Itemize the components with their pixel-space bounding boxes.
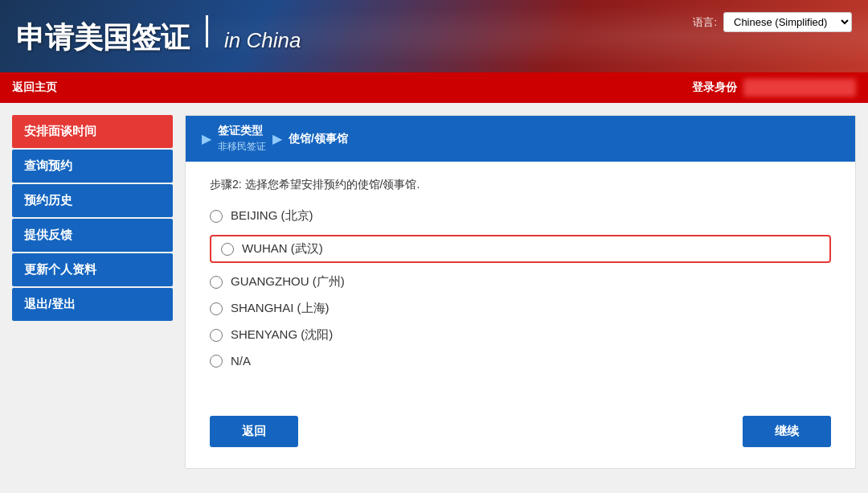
login-area: 登录身份 bbox=[692, 79, 856, 97]
main-layout: 安排面谈时间 查询预约 预约历史 提供反馈 更新个人资料 退出/登出 ▶ 签证类… bbox=[0, 103, 868, 481]
breadcrumb: ▶ 签证类型 非移民签证 ▶ 使馆/领事馆 bbox=[186, 116, 855, 162]
title-separator bbox=[206, 15, 208, 47]
login-user-info bbox=[743, 79, 856, 97]
option-shenyang[interactable]: SHENYANG (沈阳) bbox=[210, 327, 831, 343]
option-guangzhou-label: GUANGZHOU (广州) bbox=[231, 274, 345, 290]
option-guangzhou[interactable]: GUANGZHOU (广州) bbox=[210, 274, 831, 290]
sidebar-item-logout[interactable]: 退出/登出 bbox=[12, 288, 173, 321]
breadcrumb-arrow: ▶ bbox=[202, 131, 211, 146]
breadcrumb-step1: 签证类型 bbox=[218, 124, 266, 138]
sidebar-item-profile[interactable]: 更新个人资料 bbox=[12, 253, 173, 286]
sidebar: 安排面谈时间 查询预约 预约历史 提供反馈 更新个人资料 退出/登出 bbox=[12, 115, 173, 469]
navbar: 返回主页 登录身份 bbox=[0, 72, 868, 103]
breadcrumb-step1-area: 签证类型 非移民签证 bbox=[218, 124, 266, 154]
sidebar-item-feedback[interactable]: 提供反馈 bbox=[12, 219, 173, 252]
continue-button[interactable]: 继续 bbox=[743, 416, 831, 447]
option-na-label: N/A bbox=[231, 354, 251, 368]
radio-wuhan[interactable] bbox=[221, 243, 234, 256]
option-wuhan[interactable]: WUHAN (武汉) bbox=[210, 235, 831, 263]
site-title-chinese: 申请美国签证 bbox=[16, 18, 190, 58]
language-selector-area: 语言: Chinese (Simplified) English bbox=[693, 12, 852, 32]
back-home-link[interactable]: 返回主页 bbox=[12, 80, 57, 95]
breadcrumb-step2: 使馆/领事馆 bbox=[289, 132, 348, 146]
breadcrumb-arrow2: ▶ bbox=[272, 131, 282, 146]
content-footer: 返回 继续 bbox=[186, 400, 855, 463]
site-title-english: in China bbox=[224, 28, 301, 53]
language-dropdown[interactable]: Chinese (Simplified) English bbox=[723, 12, 852, 32]
option-na[interactable]: N/A bbox=[210, 354, 831, 368]
radio-na[interactable] bbox=[210, 355, 223, 368]
radio-guangzhou[interactable] bbox=[210, 276, 223, 289]
header-title: 申请美国签证 in China bbox=[16, 15, 301, 58]
radio-shanghai[interactable] bbox=[210, 302, 223, 315]
radio-shenyang[interactable] bbox=[210, 329, 223, 342]
back-button[interactable]: 返回 bbox=[210, 416, 298, 447]
sidebar-item-query[interactable]: 查询预约 bbox=[12, 150, 173, 183]
login-label: 登录身份 bbox=[692, 80, 737, 95]
content-panel: ▶ 签证类型 非移民签证 ▶ 使馆/领事馆 步骤2: 选择您希望安排预约的使馆/… bbox=[185, 115, 856, 469]
breadcrumb-sub: 非移民签证 bbox=[218, 140, 266, 154]
option-shenyang-label: SHENYANG (沈阳) bbox=[231, 327, 333, 343]
sidebar-item-schedule[interactable]: 安排面谈时间 bbox=[12, 115, 173, 148]
sidebar-item-history[interactable]: 预约历史 bbox=[12, 184, 173, 217]
content-body: 步骤2: 选择您希望安排预约的使馆/领事馆. BEIJING (北京) WUHA… bbox=[186, 162, 855, 384]
language-label: 语言: bbox=[693, 15, 717, 30]
embassy-radio-group: BEIJING (北京) WUHAN (武汉) GUANGZHOU (广州) S… bbox=[210, 208, 831, 368]
option-wuhan-label: WUHAN (武汉) bbox=[242, 241, 323, 257]
header: 申请美国签证 in China 语言: Chinese (Simplified)… bbox=[0, 0, 868, 72]
radio-beijing[interactable] bbox=[210, 210, 223, 223]
option-beijing[interactable]: BEIJING (北京) bbox=[210, 208, 831, 224]
option-beijing-label: BEIJING (北京) bbox=[231, 208, 313, 224]
option-shanghai-label: SHANGHAI (上海) bbox=[231, 301, 330, 316]
step-instruction: 步骤2: 选择您希望安排预约的使馆/领事馆. bbox=[210, 178, 831, 192]
option-shanghai[interactable]: SHANGHAI (上海) bbox=[210, 301, 831, 316]
